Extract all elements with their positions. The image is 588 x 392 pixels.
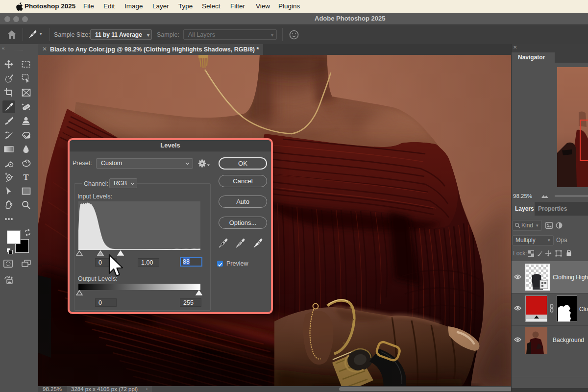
svg-text:T: T bbox=[23, 172, 29, 181]
